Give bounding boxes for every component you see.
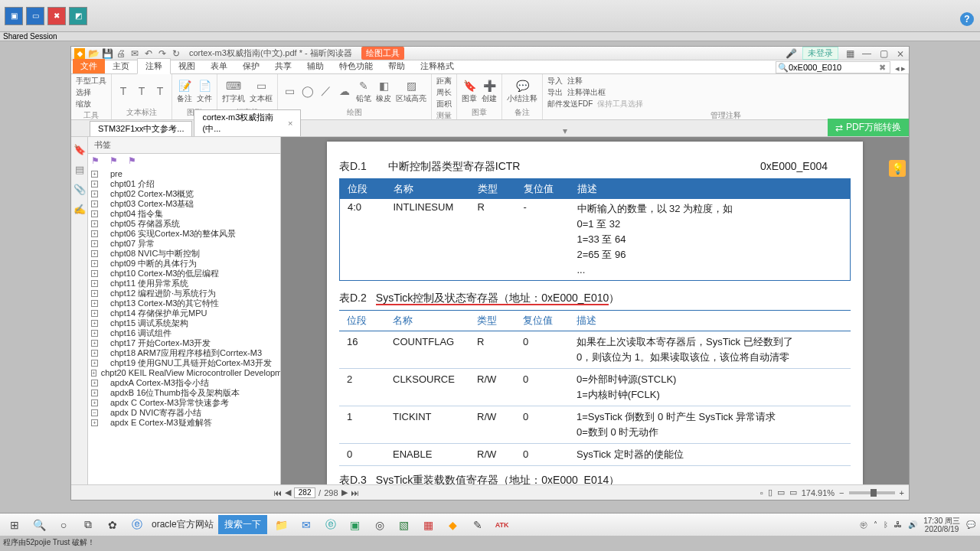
desktop-icon-2[interactable]: ▭ bbox=[26, 7, 44, 25]
cortana-icon[interactable]: ○ bbox=[54, 515, 74, 535]
edge-icon[interactable]: ⓔ bbox=[321, 515, 341, 535]
line-icon[interactable]: ／ bbox=[319, 84, 333, 98]
bookmark-item[interactable]: +chpt20 KEIL RealView Microcontroller De… bbox=[91, 368, 277, 378]
tab-comment[interactable]: 注释 bbox=[137, 58, 171, 74]
open-icon[interactable]: 📂 bbox=[88, 48, 99, 59]
bookmark-item[interactable]: +chpt07 异常 bbox=[91, 239, 277, 249]
bookmark-item[interactable]: +chpt09 中断的具体行为 bbox=[91, 259, 277, 269]
desktop-icon-1[interactable]: ▣ bbox=[5, 7, 23, 25]
bm-delete-icon[interactable]: ⚑ bbox=[128, 155, 139, 166]
search-icon[interactable]: 🔍 bbox=[29, 515, 49, 535]
typewriter-button[interactable]: ⌨打字机 bbox=[222, 79, 245, 104]
email-icon[interactable]: ✉ bbox=[129, 48, 140, 59]
tab-form[interactable]: 表单 bbox=[203, 59, 235, 73]
tray-bt-icon[interactable]: ᛒ bbox=[884, 520, 888, 529]
bookmark-item[interactable]: +chpt08 NVIC与中断控制 bbox=[91, 249, 277, 259]
max-icon[interactable]: ▢ bbox=[878, 48, 889, 59]
view-cont-icon[interactable]: ▯ bbox=[768, 487, 773, 497]
tray-net-icon[interactable]: 🖧 bbox=[894, 520, 902, 529]
document-tab-1[interactable]: cortex-m3权威指南(中...× bbox=[194, 109, 301, 136]
explorer-icon[interactable]: 📁 bbox=[272, 515, 292, 535]
pencil-button[interactable]: ✎铅笔 bbox=[356, 79, 371, 104]
bookmark-rail-icon[interactable]: 🔖 bbox=[74, 143, 86, 155]
area-button[interactable]: 面积 bbox=[436, 99, 452, 109]
tray-up-icon[interactable]: ˄ bbox=[874, 520, 877, 529]
prev-page-icon[interactable]: ◀ bbox=[285, 487, 291, 497]
strikeout-icon[interactable]: T bbox=[153, 84, 167, 98]
zoom-in-icon[interactable]: + bbox=[900, 488, 904, 497]
start-icon[interactable]: ⊞ bbox=[5, 515, 24, 535]
bm-expand-icon[interactable]: ⚑ bbox=[91, 155, 102, 166]
note-button[interactable]: 📝备注 bbox=[177, 79, 192, 104]
bookmark-list[interactable]: +pre+chpt01 介绍+chpt02 Cortex-M3概览+chpt03… bbox=[88, 168, 280, 484]
app-icon-3[interactable]: ◎ bbox=[370, 515, 390, 535]
zoom-slider[interactable] bbox=[849, 491, 895, 494]
login-button[interactable]: 未登录 bbox=[802, 47, 838, 60]
bookmark-item[interactable]: +chpt05 存储器系统 bbox=[91, 219, 277, 229]
zoom-out-icon[interactable]: − bbox=[839, 488, 844, 497]
tray-notif-icon[interactable]: 💬 bbox=[966, 520, 975, 529]
bookmark-item[interactable]: +chpt18 ARM7应用程序移植到Corrtex-M3 bbox=[91, 348, 277, 358]
app-icon-7[interactable]: ATK bbox=[492, 515, 512, 535]
bookmark-item[interactable]: +chpt16 调试组件 bbox=[91, 328, 277, 338]
tab-features[interactable]: 特色功能 bbox=[332, 59, 381, 73]
email-fdf-button[interactable]: 邮件发送FDF bbox=[547, 99, 593, 108]
view-single-icon[interactable]: ▫ bbox=[760, 488, 763, 497]
mail-icon[interactable]: ✉ bbox=[296, 515, 316, 535]
signature-rail-icon[interactable]: ✍ bbox=[74, 203, 86, 215]
bookmark-item[interactable]: +apdxA Cortex-M3指令小结 bbox=[91, 378, 277, 388]
tab-share[interactable]: 共享 bbox=[267, 59, 299, 73]
zoom-tool[interactable]: 缩放 bbox=[76, 99, 106, 109]
oval-icon[interactable]: ◯ bbox=[301, 84, 315, 98]
desktop-icon-close[interactable]: ✖ bbox=[47, 7, 66, 25]
bookmark-item[interactable]: +pre bbox=[91, 169, 277, 179]
next-page-icon[interactable]: ▶ bbox=[341, 487, 348, 497]
app-icon-6[interactable]: ✎ bbox=[468, 515, 488, 535]
bookmark-item[interactable]: +apdx C Cortex-M3异常快速参考 bbox=[91, 398, 277, 408]
hand-tool[interactable]: 手型工具 bbox=[76, 76, 106, 86]
tab-home[interactable]: 主页 bbox=[105, 59, 137, 73]
app-icon-5[interactable]: ▦ bbox=[419, 515, 439, 535]
view-cont-facing-icon[interactable]: ▭ bbox=[789, 487, 797, 497]
search-input[interactable]: 🔍 0xE000_E010 ✖ bbox=[776, 61, 890, 73]
search-clear-icon[interactable]: ✖ bbox=[877, 63, 888, 73]
help-icon[interactable]: ? bbox=[960, 12, 974, 26]
tray-vol-icon[interactable]: 🔊 bbox=[908, 520, 917, 529]
foxit-icon[interactable]: ◆ bbox=[443, 515, 463, 535]
tab-close-icon[interactable]: × bbox=[288, 119, 292, 128]
mic-icon[interactable]: 🎤 bbox=[786, 48, 796, 59]
bm-new-icon[interactable]: ⚑ bbox=[109, 155, 120, 166]
tab-comment-format[interactable]: 注释格式 bbox=[413, 59, 462, 73]
cloud-icon[interactable]: ☁ bbox=[338, 84, 351, 98]
history-icon[interactable]: ↻ bbox=[171, 48, 181, 59]
app-icon-4[interactable]: ▧ bbox=[394, 515, 414, 535]
select-tool[interactable]: 选择 bbox=[76, 87, 106, 98]
area-highlight-button[interactable]: ▨区域高亮 bbox=[396, 79, 426, 104]
min-icon[interactable]: — bbox=[861, 48, 872, 59]
pages-rail-icon[interactable]: ▤ bbox=[74, 163, 86, 175]
tab-view[interactable]: 视图 bbox=[171, 59, 203, 73]
app-icon-1[interactable]: ✿ bbox=[103, 515, 122, 535]
bookmark-item[interactable]: +chpt15 调试系统架构 bbox=[91, 318, 277, 328]
tab-accessibility[interactable]: 辅助 bbox=[299, 59, 332, 73]
create-button[interactable]: ➕创建 bbox=[482, 79, 497, 104]
bookmark-item[interactable]: +chpt04 指令集 bbox=[91, 209, 277, 219]
print-icon[interactable]: 🖨 bbox=[116, 48, 126, 59]
comments-button[interactable]: 注释 bbox=[567, 77, 583, 85]
bookmark-item[interactable]: +chpt13 Cortex-M3的其它特性 bbox=[91, 298, 277, 308]
bookmark-item[interactable]: +chpt12 编程进阶·与系统行为 bbox=[91, 289, 277, 298]
view-facing-icon[interactable]: ▭ bbox=[777, 487, 785, 497]
bookmark-item[interactable]: +apdx E Cortex-M3疑难解答 bbox=[91, 418, 277, 428]
bookmark-item[interactable]: +chpt14 存储保护单元MPU bbox=[91, 308, 277, 318]
bookmark-item[interactable]: +apdxB 16位Thumb指令及架构版本 bbox=[91, 388, 277, 398]
search-prev-icon[interactable]: ◂ bbox=[895, 64, 900, 73]
tray-clock[interactable]: 17:30 周三 2020/8/19 bbox=[923, 517, 960, 533]
last-page-icon[interactable]: ⏭ bbox=[351, 488, 359, 497]
stamp-button[interactable]: 🔖图章 bbox=[462, 79, 477, 104]
search-next-icon[interactable]: ▸ bbox=[901, 64, 906, 73]
app-icon-2[interactable]: ▣ bbox=[345, 515, 365, 535]
underline-icon[interactable]: T bbox=[135, 84, 149, 98]
redo-icon[interactable]: ↷ bbox=[157, 48, 168, 59]
bookmark-item[interactable]: +chpt19 使用GNU工具链开始Cortex-M3开发 bbox=[91, 358, 277, 368]
small-note-button[interactable]: 💬小结注释 bbox=[507, 79, 537, 104]
